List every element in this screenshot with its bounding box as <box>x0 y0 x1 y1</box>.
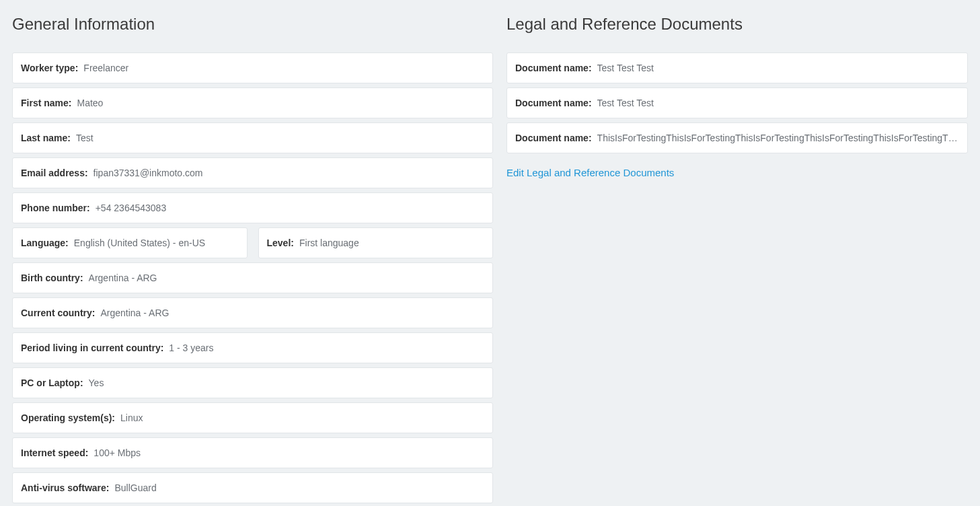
first-name-value: Mateo <box>77 98 103 108</box>
internet-speed-value: 100+ Mbps <box>93 447 141 458</box>
language-label: Language: <box>21 238 69 248</box>
pc-laptop-row: PC or Laptop: Yes <box>12 367 493 398</box>
internet-speed-label: Internet speed: <box>21 447 88 458</box>
document-row: Document name: Test Test Test <box>506 87 968 118</box>
worker-type-row: Worker type: Freelancer <box>12 52 493 83</box>
period-row: Period living in current country: 1 - 3 … <box>12 332 493 363</box>
internet-speed-row: Internet speed: 100+ Mbps <box>12 437 493 468</box>
email-value: fipan37331@inkmoto.com <box>93 168 203 178</box>
worker-type-label: Worker type: <box>21 63 78 73</box>
os-row: Operating system(s): Linux <box>12 402 493 433</box>
first-name-label: First name: <box>21 98 71 108</box>
level-value: First language <box>299 238 359 248</box>
level-card: Level: First language <box>258 227 494 258</box>
general-information-section: General Information Worker type: Freelan… <box>12 12 493 506</box>
birth-country-value: Argentina - ARG <box>89 273 157 283</box>
os-label: Operating system(s): <box>21 412 115 423</box>
language-value: English (United States) - en-US <box>74 238 205 248</box>
level-label: Level: <box>267 238 294 248</box>
current-country-row: Current country: Argentina - ARG <box>12 297 493 328</box>
document-name-label: Document name: <box>515 63 592 73</box>
last-name-value: Test <box>76 133 93 143</box>
document-row: Document name: Test Test Test <box>506 52 968 83</box>
document-row: Document name: ThisIsForTestingThisIsFor… <box>506 122 968 153</box>
legal-documents-section: Legal and Reference Documents Document n… <box>506 12 968 506</box>
last-name-row: Last name: Test <box>12 122 493 153</box>
antivirus-label: Anti-virus software: <box>21 482 109 493</box>
pc-laptop-label: PC or Laptop: <box>21 377 83 388</box>
antivirus-row: Anti-virus software: BullGuard <box>12 472 493 503</box>
current-country-value: Argentina - ARG <box>100 308 169 318</box>
phone-value: +54 2364543083 <box>96 203 167 213</box>
main-container: General Information Worker type: Freelan… <box>12 12 968 506</box>
birth-country-label: Birth country: <box>21 273 83 283</box>
phone-row: Phone number: +54 2364543083 <box>12 192 493 223</box>
edit-legal-documents-link[interactable]: Edit Legal and Reference Documents <box>506 167 674 178</box>
last-name-label: Last name: <box>21 133 71 143</box>
document-name-label: Document name: <box>515 98 592 108</box>
document-name-label: Document name: <box>515 133 592 143</box>
language-level-row: Language: English (United States) - en-U… <box>12 227 493 258</box>
worker-type-value: Freelancer <box>83 63 128 73</box>
email-label: Email address: <box>21 168 88 178</box>
pc-laptop-value: Yes <box>89 377 104 388</box>
period-value: 1 - 3 years <box>169 342 213 353</box>
general-information-title: General Information <box>12 15 493 34</box>
current-country-label: Current country: <box>21 308 95 318</box>
period-label: Period living in current country: <box>21 342 163 353</box>
language-card: Language: English (United States) - en-U… <box>12 227 248 258</box>
first-name-row: First name: Mateo <box>12 87 493 118</box>
document-name-value: ThisIsForTestingThisIsForTestingThisIsFo… <box>597 133 959 143</box>
legal-documents-title: Legal and Reference Documents <box>506 15 968 34</box>
document-name-value: Test Test Test <box>597 98 654 108</box>
birth-country-row: Birth country: Argentina - ARG <box>12 262 493 293</box>
document-name-value: Test Test Test <box>597 63 654 73</box>
antivirus-value: BullGuard <box>114 482 156 493</box>
email-row: Email address: fipan37331@inkmoto.com <box>12 157 493 188</box>
phone-label: Phone number: <box>21 203 90 213</box>
os-value: Linux <box>120 412 143 423</box>
